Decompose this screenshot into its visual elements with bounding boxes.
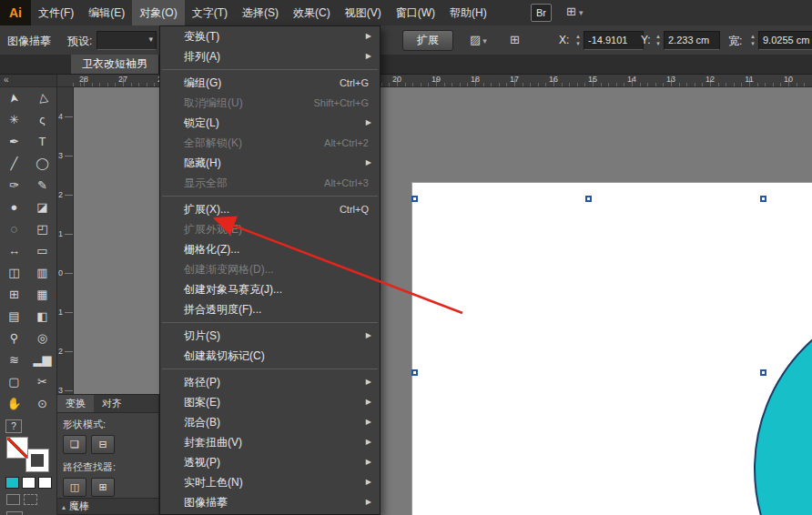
- stepper-down-icon[interactable]: ▾: [656, 40, 660, 47]
- menubar-item-1[interactable]: 编辑(E): [81, 0, 132, 25]
- tools-panel-header[interactable]: «: [0, 74, 56, 87]
- menubar-item-8[interactable]: 帮助(H): [442, 0, 494, 25]
- collapse-panel-icon[interactable]: «: [4, 75, 9, 85]
- color-button[interactable]: [5, 477, 19, 489]
- stepper-down-icon[interactable]: ▾: [576, 40, 580, 47]
- object-menu-item[interactable]: 切片(S)▶: [160, 326, 380, 346]
- blob-brush-tool[interactable]: ●: [0, 197, 28, 218]
- width-value-field[interactable]: 9.0255 cm: [758, 31, 812, 50]
- image-trace-panel-button[interactable]: ⊞: [510, 33, 520, 46]
- blend-tool[interactable]: ◎: [28, 328, 56, 349]
- stepper-up-icon[interactable]: ▴: [751, 33, 755, 40]
- object-menu-item[interactable]: 图案(E)▶: [160, 392, 380, 412]
- eyedropper-tool[interactable]: ⚲: [0, 328, 28, 349]
- unite-button[interactable]: ❏: [63, 435, 86, 454]
- preset-dropdown[interactable]: ▾: [96, 31, 157, 50]
- selection-handle-top-left[interactable]: [411, 196, 418, 202]
- free-transform-tool[interactable]: ▭: [28, 240, 56, 262]
- live-paint-bucket-tool[interactable]: ▥: [28, 262, 56, 284]
- none-button[interactable]: [38, 477, 52, 489]
- selection-handle-middle-left[interactable]: [411, 369, 418, 376]
- workspace-switcher-button[interactable]: ⊞▾: [566, 5, 583, 18]
- ellipse-object[interactable]: [754, 295, 812, 515]
- zoom-tool[interactable]: ⊙: [28, 393, 56, 415]
- bridge-button[interactable]: Br: [531, 4, 552, 22]
- menubar-item-2[interactable]: 对象(O): [132, 0, 184, 25]
- magic-wand-panel-header[interactable]: ▴魔棒: [57, 498, 158, 514]
- artboard[interactable]: [411, 182, 812, 515]
- menubar-item-0[interactable]: 文件(F): [31, 0, 81, 25]
- object-menu-item[interactable]: 扩展(X)...Ctrl+Q: [160, 199, 380, 219]
- object-menu-item[interactable]: 锁定(L)▶: [160, 113, 380, 133]
- shape-builder-tool[interactable]: ◫: [0, 262, 28, 284]
- divide-button[interactable]: ◫: [63, 478, 86, 497]
- menubar-item-5[interactable]: 效果(C): [286, 0, 338, 25]
- object-menu-item[interactable]: 栅格化(Z)...: [160, 239, 380, 259]
- stroke-swatch[interactable]: [26, 449, 48, 471]
- object-menu-item[interactable]: 隐藏(H)▶: [160, 153, 380, 173]
- object-menu-item[interactable]: 创建对象马赛克(J)...: [160, 279, 380, 299]
- gradient-button[interactable]: [22, 477, 36, 489]
- object-menu-item[interactable]: 图像描摹▶: [160, 492, 380, 512]
- object-menu-item[interactable]: 拼合透明度(F)...: [160, 299, 380, 319]
- lasso-tool[interactable]: ς: [28, 109, 56, 131]
- width-tool[interactable]: ↔: [0, 240, 28, 262]
- pen-tool[interactable]: ✒: [0, 131, 28, 153]
- draw-behind-button[interactable]: [24, 494, 37, 505]
- selection-handle-middle-right[interactable]: [760, 369, 766, 376]
- minus-front-button[interactable]: ⊟: [91, 435, 115, 454]
- type-tool[interactable]: T: [28, 131, 56, 153]
- trim-button[interactable]: ⊞: [91, 478, 115, 497]
- pencil-tool[interactable]: ✎: [28, 175, 56, 197]
- live-paint-selection-tool[interactable]: ⊞: [0, 284, 28, 306]
- mesh-tool[interactable]: ▤: [0, 306, 28, 328]
- object-menu-item[interactable]: 混合(B)▶: [160, 412, 380, 432]
- trace-view-dropdown[interactable]: ▨▾: [470, 33, 487, 46]
- object-menu-item[interactable]: 路径(P)▶: [160, 372, 380, 392]
- object-menu-item[interactable]: 封套扭曲(V)▶: [160, 432, 380, 452]
- ruler-corner[interactable]: [56, 74, 74, 87]
- x-stepper[interactable]: ▴ ▾: [573, 32, 583, 48]
- artboard-tool[interactable]: ▢: [0, 371, 28, 393]
- stepper-down-icon[interactable]: ▾: [751, 40, 755, 47]
- width-stepper[interactable]: ▴ ▾: [748, 32, 757, 48]
- selection-tool[interactable]: ➤: [0, 87, 28, 109]
- tab-align[interactable]: 对齐: [94, 395, 130, 412]
- menubar-item-3[interactable]: 文字(T): [185, 0, 235, 25]
- x-value-field[interactable]: -14.9101: [584, 31, 644, 50]
- object-menu-item[interactable]: 排列(A)▶: [160, 46, 380, 66]
- draw-normal-button[interactable]: [6, 494, 20, 505]
- selection-handle-top-right[interactable]: [760, 196, 766, 202]
- line-segment-tool[interactable]: ╱: [0, 153, 28, 175]
- stepper-up-icon[interactable]: ▴: [656, 33, 660, 40]
- paintbrush-tool[interactable]: ✑: [0, 175, 28, 197]
- y-stepper[interactable]: ▴ ▾: [654, 32, 663, 48]
- symbol-sprayer-tool[interactable]: ≋: [0, 349, 28, 371]
- ellipse-tool[interactable]: ◯: [28, 153, 56, 175]
- object-menu-item[interactable]: 实时上色(N)▶: [160, 472, 380, 492]
- y-value-field[interactable]: 2.233 cm: [664, 31, 720, 50]
- document-tab[interactable]: 卫衣改短袖男: [71, 55, 159, 74]
- selection-handle-top-middle[interactable]: [585, 196, 592, 202]
- eraser-tool[interactable]: ◪: [28, 197, 56, 218]
- object-menu-item[interactable]: 创建裁切标记(C): [160, 346, 380, 366]
- magic-wand-tool[interactable]: ✳: [0, 109, 28, 131]
- slice-tool[interactable]: ✂: [28, 371, 56, 393]
- expand-button[interactable]: 扩展: [402, 30, 453, 51]
- menubar-item-6[interactable]: 视图(V): [338, 0, 389, 25]
- direct-selection-tool[interactable]: ▷: [28, 87, 56, 109]
- hand-tool[interactable]: ✋: [0, 393, 28, 415]
- object-menu-item[interactable]: 透视(P)▶: [160, 452, 380, 472]
- help-button[interactable]: ?: [5, 419, 22, 433]
- fill-swatch[interactable]: [6, 437, 28, 459]
- stepper-up-icon[interactable]: ▴: [576, 33, 580, 40]
- rotate-tool[interactable]: ◌: [0, 218, 28, 240]
- menubar-item-7[interactable]: 窗口(W): [389, 0, 442, 25]
- object-menu-item[interactable]: 变换(T)▶: [160, 26, 380, 46]
- screen-mode-button[interactable]: [6, 511, 23, 515]
- perspective-grid-tool[interactable]: ▦: [28, 284, 56, 306]
- tab-transform[interactable]: 变换: [57, 395, 94, 412]
- scale-tool[interactable]: ◰: [28, 218, 56, 240]
- object-menu-item[interactable]: 编组(G)Ctrl+G: [160, 73, 380, 93]
- gradient-tool[interactable]: ◧: [28, 306, 56, 328]
